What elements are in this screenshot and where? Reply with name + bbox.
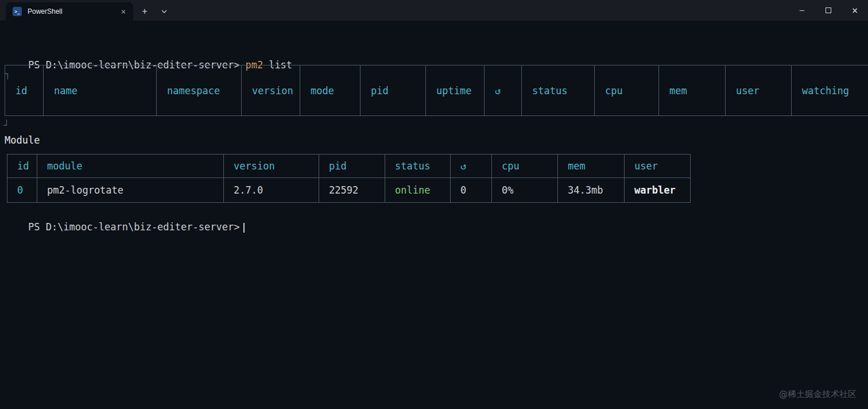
column-header-status: status <box>522 65 595 115</box>
module-table-row: 0 pm2-logrotate 2.7.0 22592 online 0 0% … <box>7 178 691 203</box>
tab-dropdown-button[interactable] <box>156 3 172 20</box>
module-header-cpu: cpu <box>492 155 558 178</box>
title-bar: >_ PowerShell × + ─ × <box>0 0 868 21</box>
column-header-id: id <box>5 65 44 115</box>
tab-title: PowerShell <box>28 7 118 16</box>
module-header-mem: mem <box>558 155 625 178</box>
chevron-down-icon <box>161 10 167 13</box>
module-cell-name: pm2-logrotate <box>37 178 224 203</box>
module-header-pid: pid <box>319 155 385 178</box>
module-table: id module version pid status ↺ cpu mem u… <box>7 154 691 203</box>
text-cursor <box>243 223 245 233</box>
column-header-cpu: cpu <box>595 65 659 115</box>
prompt-line: PS D:\imooc-learn\biz-editer-server> <box>5 209 245 221</box>
module-header-restarts: ↺ <box>451 155 492 178</box>
column-header-user: user <box>726 65 792 115</box>
column-header-restarts: ↺ <box>485 65 522 115</box>
minimize-button[interactable]: ─ <box>789 0 815 21</box>
module-cell-pid: 22592 <box>319 178 385 203</box>
tab-close-button[interactable]: × <box>118 6 129 17</box>
new-tab-button[interactable]: + <box>137 3 153 20</box>
module-heading: Module <box>5 134 40 146</box>
watermark: @稀土掘金技术社区 <box>779 389 857 400</box>
module-cell-cpu: 0% <box>492 178 558 203</box>
module-header-id: id <box>7 155 37 178</box>
close-button[interactable]: × <box>842 0 868 21</box>
column-header-pid: pid <box>361 65 426 115</box>
window-controls: ─ × <box>789 0 868 21</box>
maximize-button[interactable] <box>815 0 842 21</box>
column-header-mode: mode <box>300 65 361 115</box>
module-cell-restarts: 0 <box>451 178 492 203</box>
tab-powershell[interactable]: >_ PowerShell × <box>6 2 133 21</box>
column-header-watching: watching <box>792 65 868 115</box>
maximize-icon <box>826 7 831 13</box>
column-header-name: name <box>44 65 157 115</box>
module-table-header-row: id module version pid status ↺ cpu mem u… <box>7 155 691 178</box>
module-header-version: version <box>224 155 319 178</box>
wrapped-corner-top: ┐ <box>5 68 10 80</box>
column-header-namespace: namespace <box>157 65 242 115</box>
prompt-text: PS D:\imooc-learn\biz-editer-server> <box>28 221 239 233</box>
module-header-module: module <box>37 155 224 178</box>
terminal-screen[interactable]: PS D:\imooc-learn\biz-editer-server>pm2l… <box>0 21 868 409</box>
column-header-uptime: uptime <box>426 65 485 115</box>
process-table: id name namespace version mode pid uptim… <box>5 65 868 116</box>
wrapped-corner-bottom: ┘ <box>3 119 9 132</box>
column-header-mem: mem <box>659 65 726 115</box>
module-cell-version: 2.7.0 <box>224 178 319 203</box>
module-header-status: status <box>385 155 451 178</box>
module-cell-status: online <box>385 178 451 203</box>
column-header-version: version <box>242 65 300 115</box>
command-line: PS D:\imooc-learn\biz-editer-server>pm2l… <box>5 47 292 59</box>
module-cell-user: warbler <box>625 178 691 203</box>
powershell-icon: >_ <box>13 7 22 16</box>
module-cell-mem: 34.3mb <box>558 178 625 203</box>
module-cell-id: 0 <box>7 178 37 203</box>
module-header-user: user <box>625 155 691 178</box>
